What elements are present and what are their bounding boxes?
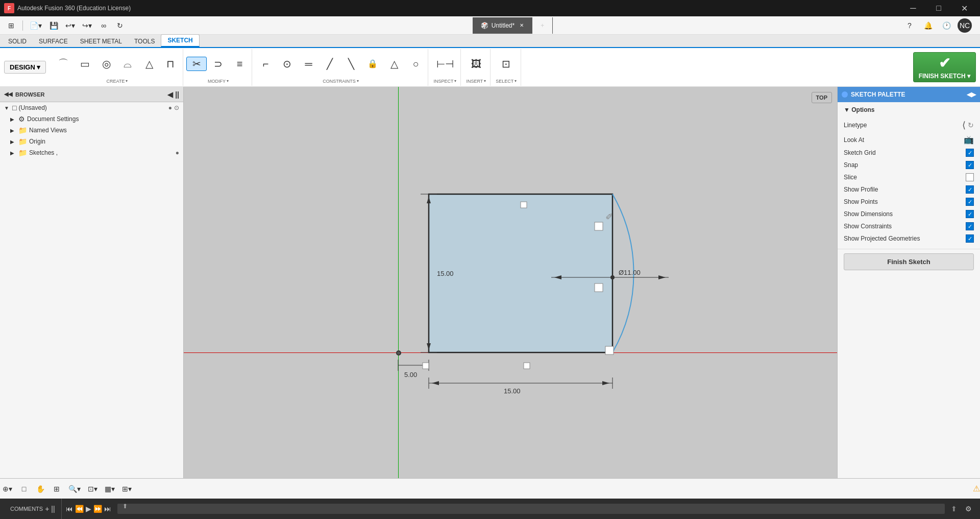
tree-label-sketches: Sketches , <box>29 149 174 156</box>
tab-close-icon[interactable]: ✕ <box>520 22 524 28</box>
timeline-play[interactable]: ▶ <box>86 505 91 513</box>
constraints-group-label[interactable]: CONSTRAINTS ▾ <box>321 78 361 85</box>
finish-sketch-palette-button[interactable]: Finish Sketch <box>844 253 974 270</box>
settings-button[interactable]: ⚙ <box>961 505 976 513</box>
tree-item-origin[interactable]: ▶ 📁 Origin <box>0 136 183 147</box>
arc-button[interactable]: ⌓ <box>117 57 138 71</box>
ribbon-group-insert: 🖼 INSERT ▾ <box>462 49 491 86</box>
lock-button[interactable]: 🔒 <box>362 58 383 70</box>
tangent-button[interactable]: ╱ <box>320 57 340 71</box>
ribbon-tab-solid[interactable]: SOLID <box>2 36 33 47</box>
show-profile-checkbox[interactable]: ✓ <box>966 185 974 194</box>
expand-comments-button[interactable]: || <box>51 505 55 513</box>
pan-button[interactable]: ✋ <box>33 482 47 496</box>
document-tab[interactable]: 🎲 Untitled* ✕ <box>473 17 532 34</box>
show-dimensions-checkbox[interactable]: ✓ <box>966 210 974 218</box>
insert-image-button[interactable]: 🖼 <box>466 57 486 71</box>
polygon-button[interactable]: △ <box>139 57 159 71</box>
timeline-prev-start[interactable]: ⏮ <box>66 505 73 513</box>
clock-button[interactable]: 🕐 <box>939 18 953 33</box>
minimize-button[interactable]: ─ <box>901 0 925 16</box>
select-button[interactable]: ⊡ <box>496 57 517 71</box>
palette-row-show-constraints: Show Constraints ✓ <box>844 220 974 232</box>
notifications-button[interactable]: 🔔 <box>921 18 935 33</box>
curvature-button[interactable]: ○ <box>405 57 426 71</box>
tree-vis-unsaved[interactable]: ● <box>168 104 172 111</box>
trim-button[interactable]: ✂ <box>186 57 207 71</box>
timeline-next[interactable]: ⏩ <box>93 505 102 513</box>
angle-button[interactable]: ╲ <box>341 57 361 71</box>
tree-item-named-views[interactable]: ▶ 📁 Named Views <box>0 125 183 136</box>
palette-collapse-icon[interactable]: ◀▶ <box>967 91 976 98</box>
save-view-button[interactable]: □ <box>17 482 31 496</box>
tree-extra-unsaved[interactable]: ⊙ <box>174 104 179 111</box>
perpendicular-button[interactable]: ⊙ <box>277 57 297 71</box>
redo-button[interactable]: ↪▾ <box>80 18 94 33</box>
show-constraints-label: Show Constraints <box>844 223 966 230</box>
new-button[interactable]: 📄▾ <box>27 18 44 33</box>
create-group-label[interactable]: CREATE ▾ <box>105 78 130 85</box>
design-mode-button[interactable]: DESIGN ▾ <box>4 61 46 74</box>
capture-button[interactable]: ∞ <box>96 18 111 33</box>
add-comment-button[interactable]: + <box>45 505 49 513</box>
view-cube[interactable]: TOP <box>812 92 832 103</box>
project-button[interactable]: ≡ <box>229 57 250 71</box>
linetype-icon[interactable]: ⟨ <box>962 120 966 131</box>
browser-toggle[interactable]: ◀ <box>167 90 173 99</box>
ribbon-tab-sheet-metal[interactable]: SHEET METAL <box>74 36 128 47</box>
layout-settings-button[interactable]: ⊞▾ <box>119 482 134 496</box>
equal-button[interactable]: ═ <box>298 57 318 71</box>
palette-row-snap: Snap ✓ <box>844 159 974 171</box>
rect-button[interactable]: ▭ <box>75 57 95 71</box>
modify-group-label[interactable]: MODIFY ▾ <box>206 78 231 85</box>
linetype-refresh-icon[interactable]: ↻ <box>968 121 974 129</box>
tree-vis-sketches[interactable]: ● <box>176 149 179 156</box>
circle-button[interactable]: ◎ <box>96 57 116 71</box>
user-button[interactable]: NC <box>958 18 972 33</box>
warning-icon[interactable]: ⚠ <box>973 484 980 493</box>
apps-button[interactable]: ⊞ <box>4 18 18 33</box>
tree-item-unsaved[interactable]: ▼ □ (Unsaved) ● ⊙ <box>0 102 183 113</box>
look-at-icon[interactable]: 📺 <box>964 135 974 145</box>
snap-checkbox[interactable]: ✓ <box>966 161 974 169</box>
refresh-button[interactable]: ↻ <box>113 18 127 33</box>
browser-panel: ◀◀ BROWSER ◀ || ▼ □ (Unsaved) ● ⊙ ▶ ⚙ Do… <box>0 87 184 478</box>
slot-button[interactable]: ⊓ <box>160 57 181 71</box>
add-tab-button[interactable]: + <box>532 17 553 34</box>
show-points-checkbox[interactable]: ✓ <box>966 198 974 206</box>
canvas-area[interactable]: 15.00 Ø11.00 5.00 15.00 <box>184 87 837 478</box>
offset-button[interactable]: ⊃ <box>208 57 228 71</box>
home-view-button[interactable]: ⊕▾ <box>0 482 15 496</box>
save-button[interactable]: 💾 <box>46 18 61 33</box>
show-constraints-checkbox[interactable]: ✓ <box>966 222 974 230</box>
zoom-button[interactable]: 🔍▾ <box>66 482 83 496</box>
titlebar: F Autodesk Fusion 360 (Education License… <box>0 0 980 16</box>
ribbon-tab-surface[interactable]: SURFACE <box>33 36 74 47</box>
timeline-prev[interactable]: ⏪ <box>75 505 84 513</box>
slice-checkbox[interactable] <box>966 173 974 181</box>
browser-pin[interactable]: || <box>175 90 179 99</box>
line-button[interactable]: ⌒ <box>53 56 74 72</box>
grid-settings-button[interactable]: ▦▾ <box>102 482 117 496</box>
ribbon-tab-tools[interactable]: TOOLS <box>128 36 161 47</box>
measure-button[interactable]: ⊢⊣ <box>433 57 457 71</box>
select-group-label[interactable]: SELECT ▾ <box>494 78 519 85</box>
close-button[interactable]: ✕ <box>952 0 976 16</box>
maximize-button[interactable]: □ <box>927 0 950 16</box>
symmetric-button[interactable]: △ <box>384 57 404 71</box>
tree-item-doc-settings[interactable]: ▶ ⚙ Document Settings <box>0 113 183 125</box>
help-button[interactable]: ? <box>902 18 917 33</box>
finish-sketch-ribbon-button[interactable]: ✔ FINISH SKETCH ▾ <box>913 52 976 82</box>
fit-to-screen-button[interactable]: ⊞ <box>50 482 64 496</box>
display-settings-button[interactable]: ⊡▾ <box>85 482 100 496</box>
sketch-grid-checkbox[interactable]: ✓ <box>966 149 974 157</box>
horizontal-vertical-button[interactable]: ⌐ <box>255 57 276 71</box>
svg-marker-11 <box>658 275 666 279</box>
timeline-next-end[interactable]: ⏭ <box>104 505 111 513</box>
show-projected-checkbox[interactable]: ✓ <box>966 234 974 243</box>
insert-group-label[interactable]: INSERT ▾ <box>464 78 488 85</box>
undo-button[interactable]: ↩▾ <box>63 18 78 33</box>
ribbon-tab-sketch[interactable]: SKETCH <box>161 34 199 47</box>
inspect-group-label[interactable]: INSPECT ▾ <box>431 78 458 85</box>
tree-item-sketches[interactable]: ▶ 📁 Sketches , ● <box>0 147 183 158</box>
